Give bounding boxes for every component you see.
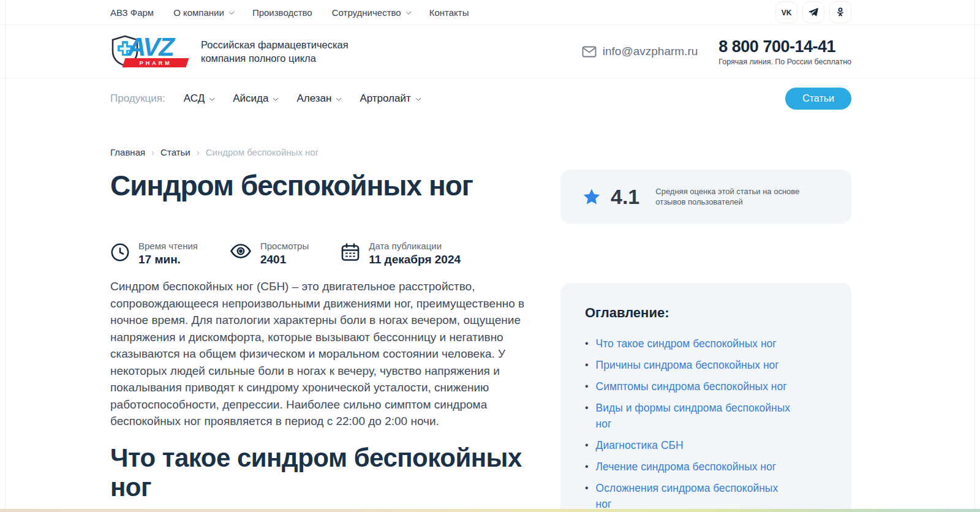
site-header: AVZ PHARM Российская фармацевтическая ко… <box>0 25 980 78</box>
breadcrumb-separator: › <box>197 147 200 157</box>
rating-card: 4.1 Средняя оценка этой статьи на основе… <box>560 170 851 224</box>
toc-item: Причины синдрома беспокойных ног <box>585 357 827 373</box>
chevron-down-icon <box>415 95 421 101</box>
logo-brand-text: AVZ <box>127 32 173 62</box>
product-nav-item-alezan[interactable]: Алезан <box>296 92 340 105</box>
top-nav-label: Сотрудничество <box>332 7 401 18</box>
toc-link-complications[interactable]: Осложнения синдрома беспокойных ног <box>596 480 797 512</box>
email-link[interactable]: info@avzpharm.ru <box>582 45 698 58</box>
page-title: Синдром беспокойных ног <box>110 170 545 201</box>
product-nav-label: Алезан <box>296 92 331 105</box>
product-nav-bar: Продукция: АСД Айсида Алезан Артролайт С… <box>0 78 980 119</box>
toc-link-diagnostics[interactable]: Диагностика СБН <box>596 437 684 453</box>
rating-value: 4.1 <box>611 185 639 209</box>
calendar-icon <box>341 243 360 262</box>
breadcrumb-home[interactable]: Главная <box>110 147 145 157</box>
logo-pharm-ribbon: PHARM <box>123 58 189 67</box>
sidebar-column: 4.1 Средняя оценка этой статьи на основе… <box>560 170 851 512</box>
toc-link-symptoms[interactable]: Симптомы синдрома беспокойных ног <box>596 378 787 394</box>
avz-logo[interactable]: AVZ PHARM <box>110 34 190 69</box>
top-nav-label: АВЗ Фарм <box>110 7 154 18</box>
meta-value: 11 декабря 2024 <box>369 253 461 266</box>
toc-item: Виды и формы синдрома беспокойных ног <box>585 400 827 432</box>
product-nav: АСД Айсида Алезан Артролайт <box>184 92 420 105</box>
star-icon <box>582 188 601 206</box>
hotline-block: 8 800 700-14-41 Горячая линия. По России… <box>718 37 851 66</box>
meta-value: 2401 <box>260 253 309 266</box>
phone-number[interactable]: 8 800 700-14-41 <box>718 37 851 56</box>
envelope-icon <box>582 46 597 58</box>
meta-publish-date: Дата публикации 11 декабря 2024 <box>341 241 461 266</box>
article-intro-paragraph: Синдром беспокойных ног (СБН) – это двиг… <box>110 278 545 430</box>
top-nav-item-production[interactable]: Производство <box>252 7 312 18</box>
toc-item: Осложнения синдрома беспокойных ног <box>585 480 827 512</box>
product-nav-item-asd[interactable]: АСД <box>184 92 213 105</box>
svg-text:VK: VK <box>782 9 792 17</box>
top-nav-item-contacts[interactable]: Контакты <box>429 7 469 18</box>
toc-link-causes[interactable]: Причины синдрома беспокойных ног <box>596 357 779 373</box>
email-text: info@avzpharm.ru <box>603 45 698 58</box>
product-nav-label: АСД <box>184 92 205 105</box>
top-nav-label: О компании <box>173 7 224 18</box>
meta-label: Время чтения <box>138 241 198 251</box>
chevron-down-icon <box>273 95 279 101</box>
product-nav-item-artrolait[interactable]: Артролайт <box>360 92 419 105</box>
breadcrumb-separator: › <box>151 147 154 157</box>
toc-item: Лечение синдрома беспокойных ног <box>585 459 827 475</box>
chevron-down-icon <box>405 9 412 15</box>
toc-link-what-is[interactable]: Что такое синдром беспокойных ног <box>596 336 777 352</box>
products-label: Продукция: <box>110 92 165 105</box>
top-nav: АВЗ Фарм О компании Производство Сотрудн… <box>110 7 469 18</box>
telegram-icon[interactable] <box>802 1 824 23</box>
chevron-down-icon <box>209 95 215 101</box>
section-heading: Что такое синдром беспокойных ног <box>110 443 539 502</box>
product-nav-item-aisida[interactable]: Айсида <box>233 92 277 105</box>
odnoklassniki-icon[interactable] <box>829 1 851 23</box>
toc-list: Что такое синдром беспокойных ног Причин… <box>585 336 827 512</box>
product-nav-label: Артролайт <box>360 92 410 105</box>
toc-item: Симптомы синдрома беспокойных ног <box>585 378 827 394</box>
chevron-down-icon <box>228 9 235 15</box>
page-edge-left <box>5 0 6 512</box>
top-utility-bar: АВЗ Фарм О компании Производство Сотрудн… <box>0 0 980 25</box>
toc-title: Оглавление: <box>585 305 827 321</box>
toc-link-types[interactable]: Виды и формы синдрома беспокойных ног <box>596 400 797 432</box>
cookie-bar-edge <box>0 509 980 512</box>
article-meta-row: Время чтения 17 мин. Просмотры 2401 <box>110 241 545 266</box>
top-nav-item-avz-pharm[interactable]: АВЗ Фарм <box>110 7 154 18</box>
clock-icon <box>110 243 130 262</box>
toc-item: Диагностика СБН <box>585 437 827 453</box>
toc-item: Что такое синдром беспокойных ног <box>585 336 827 352</box>
page: АВЗ Фарм О компании Производство Сотрудн… <box>0 0 980 512</box>
page-edge-right <box>974 0 975 512</box>
meta-label: Дата публикации <box>369 241 461 251</box>
breadcrumb-current: Синдром беспокойных ног <box>206 147 318 157</box>
rating-caption: Средняя оценка этой статьи на основе отз… <box>655 186 816 207</box>
meta-label: Просмотры <box>260 241 309 251</box>
chevron-down-icon <box>336 95 342 101</box>
vk-icon[interactable]: VK <box>775 1 797 23</box>
articles-button[interactable]: Статьи <box>785 88 851 110</box>
breadcrumb-articles[interactable]: Статьи <box>160 147 190 157</box>
meta-views: Просмотры 2401 <box>230 241 309 266</box>
company-tagline: Российская фармацевтическая компания пол… <box>201 38 349 65</box>
hotline-note: Горячая линия. По России бесплатно <box>718 58 851 66</box>
top-nav-label: Производство <box>252 7 312 18</box>
meta-reading-time: Время чтения 17 мин. <box>110 241 198 266</box>
meta-value: 17 мин. <box>138 253 198 266</box>
product-nav-label: Айсида <box>233 92 268 105</box>
eye-icon <box>230 243 252 260</box>
top-nav-label: Контакты <box>429 7 469 18</box>
article-column: Синдром беспокойных ног Время чтения 17 … <box>110 170 545 512</box>
top-nav-item-cooperation[interactable]: Сотрудничество <box>332 7 410 18</box>
breadcrumb: Главная › Статьи › Синдром беспокойных н… <box>110 147 851 157</box>
social-links: VK <box>775 1 851 23</box>
toc-link-treatment[interactable]: Лечение синдрома беспокойных ног <box>596 459 777 475</box>
top-nav-item-about[interactable]: О компании <box>173 7 233 18</box>
table-of-contents: Оглавление: Что такое синдром беспокойны… <box>560 283 851 512</box>
